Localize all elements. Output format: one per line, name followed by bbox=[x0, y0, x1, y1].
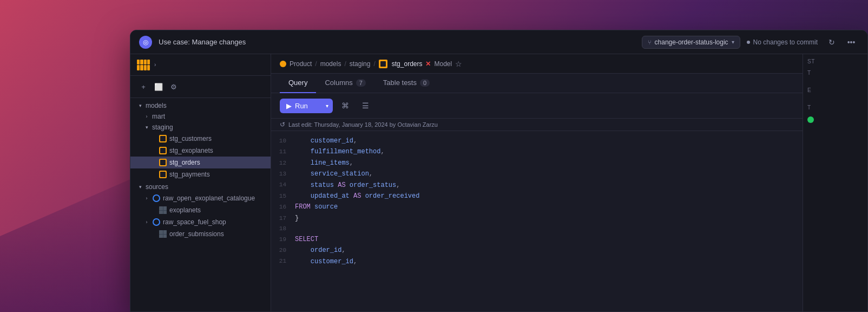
models-chevron-icon: ▾ bbox=[137, 103, 143, 108]
line-content-12: line_items, bbox=[295, 158, 353, 168]
code-line-11: 11 fulfillment_method, bbox=[271, 146, 803, 157]
sources-label: sources bbox=[146, 183, 264, 191]
line-num-10: 10 bbox=[275, 136, 295, 146]
mart-label: mart bbox=[152, 113, 264, 120]
stg-orders-label: stg_orders bbox=[169, 159, 264, 166]
tab-table-tests-label: Table tests bbox=[383, 79, 417, 87]
exoplanets-table-icon bbox=[159, 206, 167, 214]
stg-orders-model-icon bbox=[159, 158, 167, 167]
stg-customers-label: stg_customers bbox=[169, 135, 264, 142]
refresh-button[interactable]: ↻ bbox=[824, 35, 839, 50]
sidebar-header: › bbox=[130, 54, 271, 76]
code-line-17: 17 } bbox=[271, 213, 803, 224]
add-folder-button[interactable]: ⬜ bbox=[152, 80, 165, 93]
sidebar-item-stg-payments[interactable]: stg_payments bbox=[130, 168, 271, 180]
code-line-12: 12 line_items, bbox=[271, 158, 803, 168]
staging-folder[interactable]: ▾ staging bbox=[130, 122, 271, 133]
breadcrumb-error-icon: ✕ bbox=[425, 60, 431, 68]
tab-columns[interactable]: Columns 7 bbox=[316, 74, 374, 93]
stg-payments-model-icon bbox=[159, 170, 167, 179]
raw-exoplanet-source-icon bbox=[152, 194, 161, 203]
code-editor[interactable]: 10 customer_id, 11 fulfillment_method, 1… bbox=[271, 131, 803, 311]
no-changes-dot bbox=[747, 41, 750, 44]
code-line-15: 15 updated_at AS order_received bbox=[271, 191, 803, 202]
raw-exoplanet-chevron: › bbox=[143, 196, 150, 201]
raw-fuel-label: raw_space_fuel_shop bbox=[163, 218, 264, 226]
sources-folder[interactable]: ▾ sources bbox=[130, 181, 271, 192]
staging-chevron-icon: ▾ bbox=[143, 125, 150, 130]
settings-button[interactable]: ⚙ bbox=[167, 80, 180, 93]
sidebar: › + ⬜ ⚙ ▾ models › mart bbox=[130, 54, 271, 311]
app-window: ◎ Use case: Manage changes ⑂ change-orde… bbox=[130, 30, 868, 312]
sources-chevron-icon: ▾ bbox=[137, 184, 143, 190]
run-btn-dropdown[interactable]: ▾ bbox=[321, 100, 333, 112]
tab-bar: Query Columns 7 Table tests 0 bbox=[271, 74, 803, 93]
last-edit-icon: ↺ bbox=[280, 121, 285, 128]
product-icon bbox=[280, 61, 286, 67]
sidebar-item-stg-exoplanets[interactable]: stg_exoplanets bbox=[130, 145, 271, 157]
sidebar-item-raw-space-fuel[interactable]: › raw_space_fuel_shop bbox=[130, 216, 271, 228]
right-panel-content: St T E T bbox=[803, 54, 867, 127]
line-num-13: 13 bbox=[275, 169, 295, 179]
line-content-14: status AS order_status, bbox=[295, 180, 400, 191]
code-line-13: 13 service_station, bbox=[271, 168, 803, 179]
sidebar-collapse-icon[interactable]: › bbox=[154, 62, 156, 68]
exoplanets-label: exoplanets bbox=[169, 206, 264, 214]
mart-folder[interactable]: › mart bbox=[130, 111, 271, 122]
line-content-10: customer_id, bbox=[295, 135, 357, 146]
branch-selector[interactable]: ⑂ change-order-status-logic ▾ bbox=[642, 36, 740, 49]
more-button[interactable]: ••• bbox=[844, 35, 859, 50]
breadcrumb-models[interactable]: models bbox=[320, 60, 341, 68]
sidebar-item-order-submissions[interactable]: order_submissions bbox=[130, 228, 271, 240]
tab-table-tests[interactable]: Table tests 0 bbox=[374, 74, 438, 93]
line-num-18: 18 bbox=[275, 224, 295, 234]
code-line-21: 21 customer_id, bbox=[271, 256, 803, 267]
breadcrumb-file[interactable]: stg_orders bbox=[392, 60, 423, 68]
stg-exoplanets-label: stg_exoplanets bbox=[169, 147, 264, 154]
breadcrumb-type: Model bbox=[434, 60, 452, 68]
status-indicator bbox=[807, 116, 863, 123]
line-num-14: 14 bbox=[275, 180, 295, 190]
sidebar-item-stg-orders[interactable]: stg_orders bbox=[130, 157, 271, 168]
branch-name: change-order-status-logic bbox=[655, 38, 728, 46]
tab-query[interactable]: Query bbox=[280, 74, 316, 93]
last-edit-bar: ↺ Last edit: Thursday, January 18, 2024 … bbox=[271, 119, 803, 131]
line-content-13: service_station, bbox=[295, 168, 373, 179]
branch-chevron-icon: ▾ bbox=[732, 39, 734, 45]
stg-payments-label: stg_payments bbox=[169, 171, 264, 178]
right-panel-label: St bbox=[807, 58, 863, 64]
sources-group: ▾ sources › raw_open_exoplanet_catalogue bbox=[130, 181, 271, 240]
models-label: models bbox=[146, 102, 264, 109]
tab-query-label: Query bbox=[288, 79, 307, 87]
line-content-15: updated_at AS order_received bbox=[295, 191, 419, 202]
line-content-16: FROM source bbox=[295, 202, 338, 212]
add-file-button[interactable]: + bbox=[137, 80, 150, 93]
code-content: 10 customer_id, 11 fulfillment_method, 1… bbox=[271, 131, 803, 271]
list-button[interactable]: ☰ bbox=[358, 98, 374, 114]
sidebar-item-stg-customers[interactable]: stg_customers bbox=[130, 133, 271, 145]
sidebar-item-exoplanets[interactable]: exoplanets bbox=[130, 204, 271, 216]
raw-exoplanet-label: raw_open_exoplanet_catalogue bbox=[163, 194, 264, 202]
models-folder[interactable]: ▾ models bbox=[130, 100, 271, 111]
key-button[interactable]: ⌘ bbox=[337, 98, 353, 114]
file-tree: ▾ models › mart ▾ staging bbox=[130, 98, 271, 243]
staging-label: staging bbox=[152, 123, 264, 131]
sidebar-toolbar: + ⬜ ⚙ bbox=[130, 76, 271, 98]
line-num-21: 21 bbox=[275, 256, 295, 266]
line-content-11: fulfillment_method, bbox=[295, 146, 385, 157]
code-line-19: 19 SELECT bbox=[271, 234, 803, 245]
run-btn-main: ▶ Run bbox=[280, 99, 314, 113]
line-content-19: SELECT bbox=[295, 234, 318, 245]
code-line-20: 20 order_id, bbox=[271, 245, 803, 256]
breadcrumb-product[interactable]: Product bbox=[290, 60, 312, 68]
line-num-11: 11 bbox=[275, 147, 295, 157]
stg-exoplanets-model-icon bbox=[159, 146, 167, 155]
sidebar-item-raw-open-exoplanet[interactable]: › raw_open_exoplanet_catalogue bbox=[130, 192, 271, 204]
line-num-17: 17 bbox=[275, 213, 295, 224]
run-button[interactable]: ▶ Run ▾ bbox=[280, 99, 333, 113]
branch-icon: ⑂ bbox=[648, 39, 652, 46]
line-num-19: 19 bbox=[275, 235, 295, 245]
breadcrumb-staging[interactable]: staging bbox=[350, 60, 371, 68]
mart-chevron-icon: › bbox=[143, 114, 150, 119]
breadcrumb-star-icon[interactable]: ☆ bbox=[455, 60, 462, 68]
